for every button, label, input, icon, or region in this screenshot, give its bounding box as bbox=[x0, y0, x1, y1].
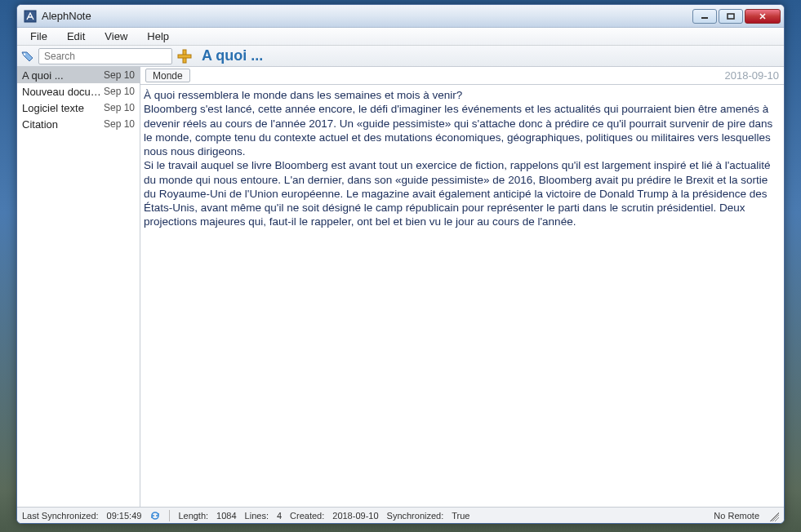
svg-point-3 bbox=[24, 53, 25, 55]
menu-file[interactable]: File bbox=[20, 29, 57, 44]
status-last-sync-label: Last Synchronized: bbox=[22, 511, 99, 521]
note-date: Sep 10 bbox=[104, 69, 135, 81]
note-row[interactable]: Logiciel texte Sep 10 bbox=[17, 100, 140, 116]
statusbar: Last Synchronized: 09:15:49 Length: 1084… bbox=[17, 507, 784, 523]
menubar: File Edit View Help bbox=[17, 28, 784, 46]
add-note-button[interactable] bbox=[176, 47, 194, 65]
note-title: A quoi ... bbox=[202, 47, 263, 64]
status-lines-value: 4 bbox=[277, 511, 282, 521]
search-input[interactable] bbox=[38, 48, 172, 64]
toolbar: A quoi ... bbox=[17, 46, 784, 67]
status-created-value: 2018-09-10 bbox=[332, 511, 378, 521]
note-name: Nouveau docume... bbox=[22, 86, 104, 98]
editor-pane: Monde 2018-09-10 À quoi ressemblera le m… bbox=[140, 67, 784, 507]
menu-view[interactable]: View bbox=[95, 29, 137, 44]
status-last-sync-value: 09:15:49 bbox=[107, 511, 142, 521]
status-synchronized-value: True bbox=[452, 511, 469, 521]
status-remote: No Remote bbox=[714, 511, 759, 521]
window-title: AlephNote bbox=[42, 10, 692, 22]
note-date: Sep 10 bbox=[104, 102, 135, 113]
status-lines-label: Lines: bbox=[245, 511, 269, 521]
menu-edit[interactable]: Edit bbox=[57, 29, 95, 44]
status-length-value: 1084 bbox=[216, 511, 236, 521]
tag-icon[interactable] bbox=[20, 49, 35, 64]
note-row[interactable]: Citation Sep 10 bbox=[17, 116, 140, 132]
note-row[interactable]: Nouveau docume... Sep 10 bbox=[17, 83, 140, 100]
note-date: Sep 10 bbox=[104, 118, 135, 130]
menu-help[interactable]: Help bbox=[137, 29, 179, 44]
close-button[interactable] bbox=[745, 9, 781, 24]
note-list[interactable]: A quoi ... Sep 10 Nouveau docume... Sep … bbox=[17, 67, 140, 507]
svg-rect-2 bbox=[728, 14, 734, 19]
status-created-label: Created: bbox=[290, 511, 324, 521]
resize-grip[interactable] bbox=[768, 510, 779, 521]
tag-chip[interactable]: Monde bbox=[145, 69, 190, 82]
app-icon bbox=[24, 10, 37, 23]
titlebar[interactable]: AlephNote bbox=[17, 5, 784, 28]
note-name: Citation bbox=[22, 118, 58, 131]
app-window: AlephNote File Edit View Help bbox=[16, 4, 785, 524]
note-date-label: 2018-09-10 bbox=[725, 69, 780, 82]
svg-rect-5 bbox=[178, 55, 191, 58]
svg-rect-1 bbox=[701, 17, 708, 19]
maximize-button[interactable] bbox=[719, 9, 743, 24]
note-date: Sep 10 bbox=[104, 86, 135, 97]
note-name: Logiciel texte bbox=[22, 102, 84, 114]
tag-line: Monde 2018-09-10 bbox=[140, 67, 784, 85]
status-length-label: Length: bbox=[178, 511, 208, 521]
sync-icon[interactable] bbox=[149, 510, 161, 521]
note-row[interactable]: A quoi ... Sep 10 bbox=[17, 67, 140, 83]
status-synchronized-label: Synchronized: bbox=[387, 511, 444, 521]
note-textarea[interactable]: À quoi ressemblera le monde dans les sem… bbox=[140, 85, 784, 507]
minimize-button[interactable] bbox=[692, 9, 717, 24]
window-controls bbox=[692, 9, 782, 24]
note-name: A quoi ... bbox=[22, 69, 64, 82]
body: A quoi ... Sep 10 Nouveau docume... Sep … bbox=[17, 67, 784, 507]
